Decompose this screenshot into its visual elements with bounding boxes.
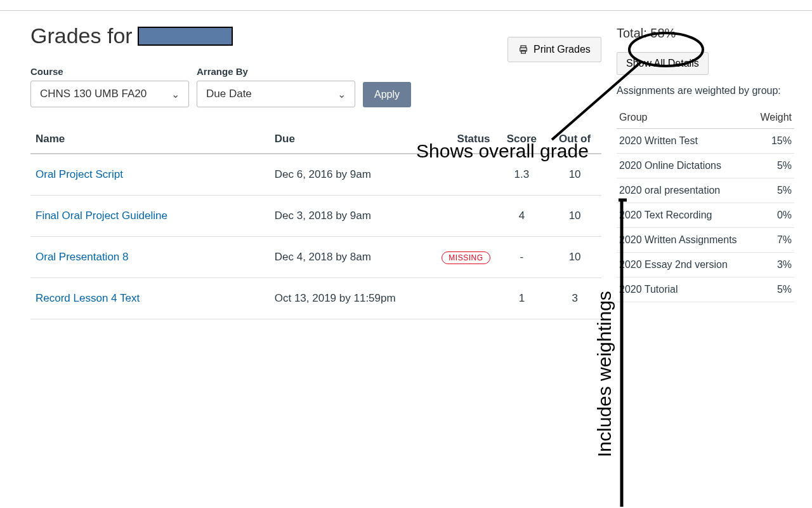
col-name: Name (30, 125, 270, 154)
print-icon (518, 44, 528, 55)
course-value: CHNS 130 UMB FA20 (40, 88, 147, 100)
apply-button[interactable]: Apply (363, 82, 411, 107)
weight-row: 2020 Written Test 15% (617, 129, 794, 154)
score-cell: - (495, 237, 549, 278)
assignment-link[interactable]: Final Oral Project Guideline (36, 210, 167, 222)
score-cell: 1 (495, 278, 549, 319)
due-cell: Dec 4, 2018 by 8am (270, 237, 422, 278)
annotation-weightings: Includes weightings (593, 291, 616, 457)
score-cell: 4 (495, 196, 549, 237)
weight-cell: 5% (754, 178, 794, 203)
chevron-down-icon: ⌄ (337, 88, 346, 100)
weight-cell: 5% (754, 277, 794, 302)
weighted-text: Assignments are weighted by group: (617, 85, 794, 97)
outof-cell: 10 (548, 196, 601, 237)
weight-row: 2020 Written Assignments 7% (617, 228, 794, 253)
weight-cell: 5% (754, 154, 794, 178)
due-cell: Dec 6, 2016 by 9am (270, 154, 422, 196)
weight-cell: 0% (754, 203, 794, 228)
status-badge: MISSING (442, 251, 490, 264)
arrange-select[interactable]: Due Date ⌄ (197, 81, 355, 107)
group-cell: 2020 Written Test (617, 129, 754, 154)
weight-row: 2020 Essay 2nd version 3% (617, 253, 794, 277)
total-grade: Total: 58% (617, 26, 794, 41)
assignment-link[interactable]: Oral Presentation 8 (36, 251, 128, 263)
col-due: Due (270, 125, 422, 154)
status-cell: MISSING (422, 237, 495, 278)
status-cell (422, 278, 495, 319)
show-all-details-button[interactable]: Show All Details (617, 52, 709, 75)
group-cell: 2020 Essay 2nd version (617, 253, 754, 277)
arrange-label: Arrange By (197, 66, 355, 77)
print-grades-button[interactable]: Print Grades (508, 37, 601, 62)
weight-row: 2020 Text Recording 0% (617, 203, 794, 228)
weights-table: Group Weight 2020 Written Test 15% 2020 … (617, 107, 794, 302)
chevron-down-icon: ⌄ (171, 88, 180, 100)
weight-row: 2020 Tutorial 5% (617, 277, 794, 302)
col-weight: Weight (754, 107, 794, 129)
assignment-link[interactable]: Record Lesson 4 Text (36, 292, 140, 304)
outof-cell: 10 (548, 237, 601, 278)
assignment-link[interactable]: Oral Project Script (36, 168, 123, 180)
annotation-overall: Shows overall grade (416, 140, 594, 163)
status-cell (422, 196, 495, 237)
arrange-value: Due Date (206, 88, 252, 100)
weight-row: 2020 Online Dictations 5% (617, 154, 794, 178)
weight-row: 2020 oral presentation 5% (617, 178, 794, 203)
table-row: Final Oral Project Guideline Dec 3, 2018… (30, 196, 601, 237)
weight-cell: 15% (754, 129, 794, 154)
due-cell: Oct 13, 2019 by 11:59pm (270, 278, 422, 319)
table-row: Oral Presentation 8 Dec 4, 2018 by 8am M… (30, 237, 601, 278)
table-row: Record Lesson 4 Text Oct 13, 2019 by 11:… (30, 278, 601, 319)
due-cell: Dec 3, 2018 by 9am (270, 196, 422, 237)
course-label: Course (30, 66, 189, 77)
group-cell: 2020 Written Assignments (617, 228, 754, 253)
col-group: Group (617, 107, 754, 129)
group-cell: 2020 Online Dictations (617, 154, 754, 178)
print-label: Print Grades (534, 44, 591, 55)
group-cell: 2020 oral presentation (617, 178, 754, 203)
group-cell: 2020 Tutorial (617, 277, 754, 302)
course-select[interactable]: CHNS 130 UMB FA20 ⌄ (30, 81, 189, 107)
weight-cell: 3% (754, 253, 794, 277)
weight-cell: 7% (754, 228, 794, 253)
group-cell: 2020 Text Recording (617, 203, 754, 228)
redacted-name (138, 27, 233, 46)
